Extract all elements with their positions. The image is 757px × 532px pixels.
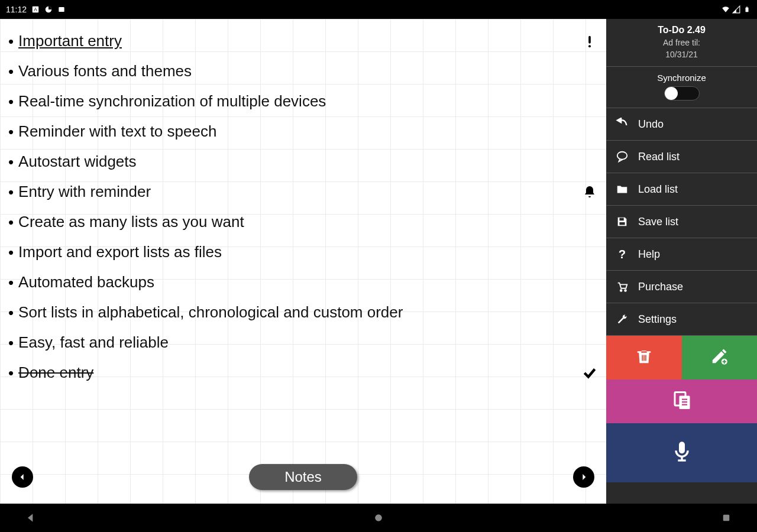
status-card-icon [57,5,66,14]
bullet-icon: • [8,245,14,260]
android-nav-bar [0,504,757,532]
next-list-button[interactable] [573,466,594,488]
svg-rect-6 [588,35,591,43]
bullet-icon: • [8,154,14,170]
list-item[interactable]: •Various fonts and themes [6,56,600,86]
list-item[interactable]: •Important entry [6,26,600,56]
menu-help-label: Help [638,248,660,261]
undo-icon [616,118,629,131]
svg-point-7 [588,45,591,47]
bullet-icon: • [8,215,14,230]
app-title: To-Do 2.49 [610,25,753,35]
svg-rect-20 [679,442,685,453]
list-item[interactable]: •Easy, fast and reliable [6,327,600,358]
status-time: 11:12 [6,5,27,14]
svg-rect-5 [746,7,748,7]
recent-nav-icon[interactable] [719,511,733,525]
notes-button[interactable]: Notes [249,464,357,490]
mic-icon [670,440,694,466]
signal-icon [732,5,740,14]
menu-read-list-label: Read list [638,151,680,163]
prev-list-button[interactable] [12,466,33,488]
status-bar: 11:12 A [0,0,757,19]
menu-help[interactable]: ? Help [606,238,757,271]
list-item[interactable]: •Reminder with text to speech [6,116,600,147]
svg-rect-15 [643,355,645,361]
list-item-text: Sort lists in alphabetical, chronologica… [18,303,403,322]
copy-icon [671,390,693,413]
svg-rect-4 [746,8,749,12]
delete-button[interactable] [606,336,682,379]
notes-label: Notes [284,469,322,485]
svg-rect-10 [619,222,625,225]
ad-free-date: 10/31/21 [610,50,753,59]
menu-save-list[interactable]: Save list [606,206,757,238]
edit-button[interactable] [682,336,758,379]
svg-point-12 [620,290,622,291]
bullet-icon: • [8,184,14,200]
bell-icon [581,184,598,200]
list-item-text: Reminder with text to speech [18,122,216,141]
bottom-bar: Notes [0,456,606,504]
svg-rect-16 [645,355,646,361]
copy-button[interactable] [606,379,757,423]
pencil-plus-icon [710,348,728,368]
sync-label: Synchronize [606,73,757,83]
help-icon: ? [616,248,629,261]
list-item-text: Real-time synchronization of multiple de… [18,92,326,111]
menu-settings-label: Settings [638,313,677,326]
list-item-text: Important entry [18,32,122,50]
list-item[interactable]: •Sort lists in alphabetical, chronologic… [6,297,600,327]
status-a-icon: A [31,5,40,14]
wifi-icon [722,5,730,14]
sync-toggle[interactable] [664,86,700,100]
bullet-icon: • [8,275,14,290]
list-item[interactable]: •Automated backups [6,267,600,297]
list-item-text: Done entry [18,364,93,382]
list-item[interactable]: •Done entry [6,358,600,388]
ad-free-label: Ad free til: [610,38,753,47]
list-item-text: Autostart widgets [18,153,136,171]
bullet-icon: • [8,64,14,79]
menu-settings[interactable]: Settings [606,303,757,336]
list-item-text: Create as many lists as you want [18,213,244,231]
menu-read-list[interactable]: Read list [606,141,757,173]
check-icon [581,365,598,381]
bullet-icon: • [8,365,14,381]
exclaim-icon [581,33,598,50]
bullet-icon: • [8,34,14,49]
list-item[interactable]: •Import and export lists as files [6,237,600,267]
svg-rect-3 [59,7,64,12]
list-item-text: Entry with reminder [18,183,151,201]
app-header: To-Do 2.49 Ad free til: 10/31/21 [606,19,757,67]
sidebar: To-Do 2.49 Ad free til: 10/31/21 Synchro… [606,19,757,504]
svg-point-23 [375,514,382,521]
menu-save-list-label: Save list [638,216,678,228]
list-item[interactable]: •Autostart widgets [6,147,600,177]
status-pie-icon [44,5,53,14]
list-item[interactable]: •Entry with reminder [6,177,600,207]
sync-section: Synchronize [606,67,757,108]
home-nav-icon[interactable] [371,511,386,525]
svg-point-8 [617,152,627,160]
voice-button[interactable] [606,423,757,482]
menu-purchase[interactable]: Purchase [606,271,757,303]
list-item-text: Various fonts and themes [18,62,192,80]
svg-point-13 [625,290,626,291]
list-item-text: Automated backups [18,273,154,291]
svg-text:?: ? [619,248,626,261]
list-item[interactable]: •Real-time synchronization of multiple d… [6,86,600,116]
menu-purchase-label: Purchase [638,281,683,293]
cart-icon [616,280,629,293]
trash-icon [635,348,653,368]
bullet-icon: • [8,124,14,140]
menu-undo[interactable]: Undo [606,108,757,141]
bullet-icon: • [8,94,14,109]
list-content: •Important entry•Various fonts and theme… [0,19,606,504]
menu-load-list[interactable]: Load list [606,173,757,206]
wrench-icon [616,313,629,326]
svg-rect-24 [723,515,730,521]
battery-icon [743,5,751,14]
list-item[interactable]: •Create as many lists as you want [6,207,600,237]
back-nav-icon[interactable] [24,511,38,525]
